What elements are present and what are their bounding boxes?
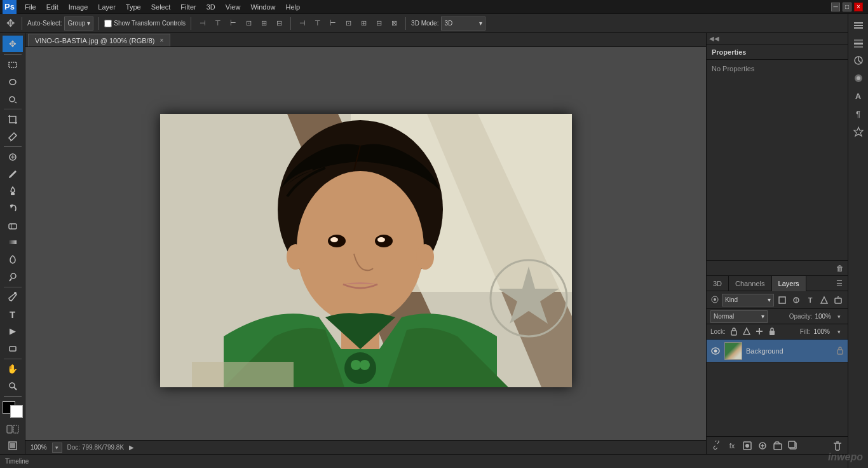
delete-layer-button[interactable] bbox=[831, 439, 844, 452]
adjustments-panel-icon[interactable] bbox=[850, 52, 867, 69]
kind-dropdown[interactable]: Kind▾ bbox=[722, 294, 774, 306]
show-transform-checkbox[interactable] bbox=[104, 20, 112, 27]
menu-3d[interactable]: 3D bbox=[202, 2, 220, 12]
character-panel-icon[interactable]: A bbox=[850, 88, 867, 104]
hand-tool-button[interactable]: ✋ bbox=[3, 361, 23, 377]
distribute-center-h-icon[interactable]: ⊤ bbox=[311, 17, 324, 30]
eyedropper-tool-button[interactable] bbox=[3, 128, 23, 145]
align-top-icon[interactable]: ⊡ bbox=[242, 17, 255, 30]
paragraph-panel-icon[interactable]: ¶ bbox=[850, 106, 867, 122]
eraser-tool-button[interactable] bbox=[3, 217, 23, 233]
close-button[interactable]: × bbox=[854, 3, 863, 11]
trash-icon[interactable]: 🗑 bbox=[836, 264, 844, 273]
layer-visibility-toggle[interactable] bbox=[710, 346, 721, 356]
tab-layers[interactable]: Layers bbox=[772, 276, 806, 291]
document-tab[interactable]: VINO-G-BASTIA.jpg @ 100% (RGB/8) × bbox=[28, 34, 170, 46]
new-fill-layer-button[interactable] bbox=[756, 439, 769, 452]
layer-mask-button[interactable] bbox=[741, 439, 754, 452]
filter-shape-icon[interactable] bbox=[818, 294, 830, 306]
blend-mode-dropdown[interactable]: Normal▾ bbox=[710, 310, 768, 323]
menu-view[interactable]: View bbox=[221, 2, 245, 12]
filter-smart-object-icon[interactable] bbox=[832, 294, 844, 306]
tab-close-button[interactable]: × bbox=[159, 37, 163, 44]
collapse-panel-button[interactable]: ◀◀ bbox=[707, 33, 868, 45]
layer-link-button[interactable] bbox=[710, 439, 723, 452]
menu-filter[interactable]: Filter bbox=[176, 2, 200, 12]
screen-mode-button[interactable] bbox=[3, 437, 23, 454]
menu-window[interactable]: Window bbox=[246, 2, 280, 12]
distribute-left-icon[interactable]: ⊣ bbox=[296, 17, 309, 30]
move-tool-button[interactable]: ✥ bbox=[3, 36, 23, 52]
photo-canvas bbox=[160, 114, 572, 387]
lasso-tool-button[interactable] bbox=[3, 73, 23, 90]
clone-stamp-button[interactable] bbox=[3, 183, 23, 200]
lock-transparency-icon[interactable] bbox=[729, 327, 738, 337]
distribute-top-icon[interactable]: ⊡ bbox=[342, 17, 355, 30]
minimize-button[interactable]: ─ bbox=[831, 3, 840, 11]
3d-mode-dropdown[interactable]: 3D▾ bbox=[441, 17, 485, 31]
background-color[interactable] bbox=[10, 405, 23, 418]
tools-options-icon[interactable] bbox=[850, 123, 867, 140]
filter-pixel-icon[interactable] bbox=[776, 294, 788, 306]
align-left-icon[interactable]: ⊣ bbox=[196, 17, 209, 30]
layers-panel-icon[interactable] bbox=[850, 34, 867, 51]
distribute-bottom-icon[interactable]: ⊟ bbox=[372, 17, 385, 30]
pen-tool-button[interactable] bbox=[3, 289, 23, 305]
menu-edit[interactable]: Edit bbox=[42, 2, 63, 12]
svg-point-16 bbox=[10, 383, 15, 388]
lock-position-icon[interactable] bbox=[755, 327, 764, 337]
quick-mask-button[interactable] bbox=[3, 421, 23, 437]
canvas-viewport[interactable] bbox=[25, 47, 706, 454]
menu-file[interactable]: File bbox=[20, 2, 41, 12]
tab-3d[interactable]: 3D bbox=[707, 276, 729, 291]
new-group-button[interactable] bbox=[771, 439, 784, 452]
align-center-h-icon[interactable]: ⊤ bbox=[212, 17, 224, 30]
show-transform-label[interactable]: Show Transform Controls bbox=[104, 20, 186, 27]
menu-image[interactable]: Image bbox=[64, 2, 93, 12]
properties-panel-icon[interactable] bbox=[850, 17, 867, 33]
restore-button[interactable]: □ bbox=[843, 3, 851, 11]
menu-layer[interactable]: Layer bbox=[93, 2, 120, 12]
doc-info-arrow[interactable]: ▶ bbox=[129, 444, 134, 451]
filter-adjustment-icon[interactable] bbox=[790, 294, 802, 306]
layer-effects-button[interactable]: fx bbox=[726, 439, 738, 452]
quick-select-tool-button[interactable] bbox=[3, 90, 23, 107]
fill-arrow[interactable]: ▾ bbox=[834, 327, 844, 337]
move-tool-icon[interactable]: ✥ bbox=[4, 17, 17, 30]
fill-value[interactable]: 100% bbox=[813, 328, 830, 335]
marquee-tool-button[interactable] bbox=[3, 57, 23, 73]
layers-options-button[interactable]: ☰ bbox=[831, 279, 848, 287]
distribute-right-icon[interactable]: ⊢ bbox=[327, 17, 339, 30]
align-center-v-icon[interactable]: ⊞ bbox=[257, 17, 270, 30]
path-selection-button[interactable]: ▶ bbox=[3, 323, 23, 340]
new-layer-button[interactable] bbox=[787, 439, 799, 452]
brush-tool-button[interactable] bbox=[3, 166, 23, 182]
crop-tool-button[interactable] bbox=[3, 111, 23, 128]
align-right-icon[interactable]: ⊢ bbox=[227, 17, 240, 30]
tab-channels[interactable]: Channels bbox=[729, 276, 771, 291]
menu-help[interactable]: Help bbox=[281, 2, 305, 12]
lock-all-icon[interactable] bbox=[768, 327, 776, 337]
distribute-spacing-icon[interactable]: ⊠ bbox=[388, 17, 400, 30]
menu-select[interactable]: Select bbox=[147, 2, 175, 12]
layer-row[interactable]: Background bbox=[707, 340, 848, 362]
lock-pixels-icon[interactable] bbox=[742, 327, 751, 337]
group-dropdown[interactable]: Group▾ bbox=[64, 17, 93, 31]
dodge-tool-button[interactable] bbox=[3, 268, 23, 285]
gradient-tool-button[interactable] bbox=[3, 234, 23, 251]
opacity-value[interactable]: 100% bbox=[815, 313, 831, 320]
shape-tool-button[interactable] bbox=[3, 340, 23, 357]
align-bottom-icon[interactable]: ⊟ bbox=[273, 17, 285, 30]
zoom-menu-button[interactable]: ▾ bbox=[52, 443, 62, 453]
zoom-tool-button[interactable] bbox=[3, 378, 23, 394]
foreground-background-colors[interactable] bbox=[3, 401, 23, 418]
filter-type-icon[interactable]: T bbox=[804, 294, 816, 306]
blur-tool-button[interactable] bbox=[3, 251, 23, 268]
type-tool-button[interactable]: T bbox=[3, 306, 23, 322]
styles-panel-icon[interactable] bbox=[850, 70, 867, 86]
healing-brush-button[interactable] bbox=[3, 149, 23, 165]
opacity-arrow[interactable]: ▾ bbox=[834, 312, 844, 322]
menu-type[interactable]: Type bbox=[121, 2, 146, 12]
history-brush-button[interactable] bbox=[3, 200, 23, 217]
distribute-center-v-icon[interactable]: ⊞ bbox=[357, 17, 370, 30]
